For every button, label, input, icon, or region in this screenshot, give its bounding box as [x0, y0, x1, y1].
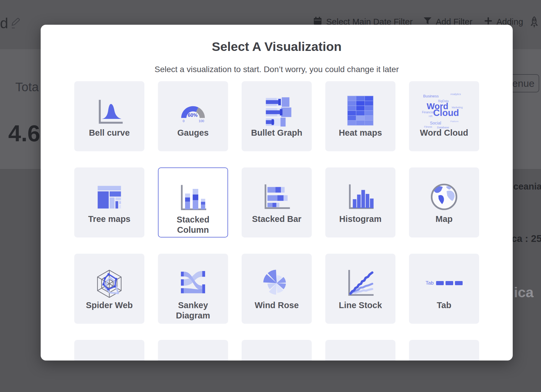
card-heat-maps[interactable]: Heat maps: [325, 81, 395, 151]
card-bullet-graph[interactable]: Bullet Graph: [242, 81, 312, 151]
histogram-icon: [325, 178, 395, 216]
word-cloud-word: HR: [429, 115, 433, 118]
stacked-bar-icon: [242, 178, 312, 216]
word-cloud-word: Analytics: [450, 93, 461, 96]
card-label: Line Stock: [325, 300, 395, 310]
edit-pencil-icon[interactable]: [10, 18, 21, 31]
card-partial[interactable]: [325, 340, 395, 361]
card-histogram[interactable]: Histogram: [325, 167, 395, 237]
visualization-cards-grid: Bell curve 60% 0 100 Gauges: [74, 81, 479, 361]
card-stacked-bar[interactable]: Stacked Bar: [242, 167, 312, 237]
tree-map-icon: [74, 178, 144, 216]
card-label: Bell curve: [74, 128, 144, 138]
card-partial[interactable]: [74, 340, 144, 361]
card-label: Sankey Diagram: [158, 300, 228, 321]
tab-icon-label: Tab: [425, 280, 433, 286]
card-tab[interactable]: Tab Tab: [409, 254, 479, 324]
spider-web-icon: [74, 264, 144, 302]
card-stacked-column[interactable]: Stacked Column: [158, 167, 228, 237]
chart-label-africa: ca : 25.95: [512, 233, 541, 244]
tab-icon-rect: [436, 281, 444, 285]
word-cloud-word: Platform: [450, 120, 458, 123]
word-cloud-word: Business: [423, 94, 439, 98]
rocket-icon[interactable]: [529, 15, 540, 28]
svg-text:100: 100: [199, 119, 204, 123]
dashboard-title-fragment: d: [0, 15, 8, 32]
card-gauges[interactable]: 60% 0 100 Gauges: [158, 81, 228, 151]
card-bell-curve[interactable]: Bell curve: [74, 81, 144, 151]
svg-text:0: 0: [183, 119, 184, 123]
card-spider-web[interactable]: Spider Web: [74, 254, 144, 324]
card-label: Wind Rose: [242, 300, 312, 310]
globe-icon: [409, 178, 479, 216]
word-cloud-word: Cloud: [433, 108, 459, 118]
card-word-cloud[interactable]: Business Analytics BigData Word Marketin…: [409, 81, 479, 151]
modal-subtitle: Select a visualization to start. Don’t w…: [41, 65, 513, 74]
card-partial[interactable]: [242, 340, 312, 361]
gauge-icon: 60% 0 100: [158, 92, 228, 129]
line-stock-icon: [325, 264, 395, 302]
card-partial[interactable]: [158, 340, 228, 361]
chart-label-oceania: ceania : 8: [513, 181, 541, 192]
chart-label-ica: ica: [514, 284, 534, 300]
total-label-fragment: Tota: [15, 80, 39, 94]
card-sankey-diagram[interactable]: Sankey Diagram: [158, 254, 228, 324]
card-label: Bullet Graph: [242, 128, 312, 138]
card-label: Gauges: [158, 128, 228, 138]
bullet-graph-icon: [242, 92, 312, 129]
metric-value-fragment: 4.6: [8, 120, 40, 147]
bell-curve-icon: [74, 92, 144, 129]
card-wind-rose[interactable]: Wind Rose: [242, 254, 312, 324]
card-label: Heat maps: [325, 128, 395, 138]
card-label: Histogram: [325, 214, 395, 224]
stacked-column-icon: [159, 179, 227, 216]
card-label: Spider Web: [74, 300, 144, 310]
card-map[interactable]: Map: [409, 167, 479, 237]
wind-rose-icon: [242, 264, 312, 302]
sankey-icon: [158, 264, 228, 302]
card-label: Map: [409, 214, 479, 224]
tab-icon: Tab: [409, 264, 479, 302]
card-label: Stacked Column: [159, 215, 227, 235]
tab-icon-rect: [446, 281, 453, 285]
word-cloud-word: Social: [430, 121, 441, 125]
modal-title: Select A Visualization: [41, 39, 513, 54]
heat-map-icon: [325, 92, 395, 129]
card-partial[interactable]: [409, 340, 479, 361]
word-cloud-icon: Business Analytics BigData Word Marketin…: [409, 92, 479, 129]
card-label: Tree maps: [74, 214, 144, 224]
card-label: Tab: [409, 300, 479, 310]
card-tree-maps[interactable]: Tree maps: [74, 167, 144, 237]
tab-icon-rect: [455, 281, 463, 285]
word-cloud-word: Financial: [422, 111, 434, 114]
visualization-picker-modal: Select A Visualization Select a visualiz…: [41, 25, 513, 361]
card-label: Word Cloud: [409, 128, 479, 138]
svg-text:60%: 60%: [188, 112, 197, 118]
card-line-stock[interactable]: Line Stock: [325, 254, 395, 324]
card-label: Stacked Bar: [242, 214, 312, 224]
